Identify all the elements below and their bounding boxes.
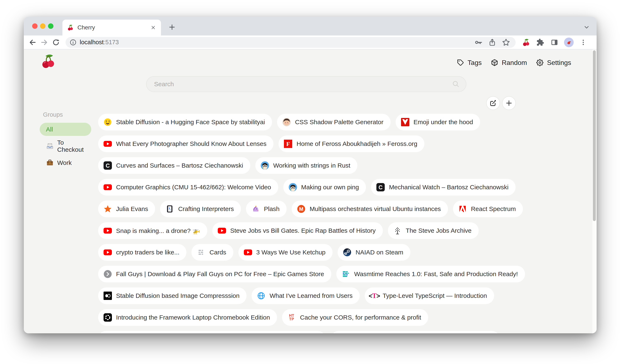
nav-label: Settings [547, 59, 571, 67]
cherry-logo [40, 53, 56, 70]
briefcase-icon [46, 159, 54, 167]
browser-tab[interactable]: Cherry [62, 20, 161, 35]
group-item-all[interactable]: All [40, 123, 91, 136]
bookmark-label: Steve Jobs vs Bill Gates. Epic Rap Battl… [230, 227, 376, 234]
bookmark-pill[interactable]: React Spectrum [453, 201, 523, 217]
bookmark-pill[interactable]: Cards [191, 244, 233, 261]
bookmark-pill[interactable]: crypto traders be like... [98, 244, 186, 261]
bookmark-pill[interactable]: Working with strings in Rust [255, 157, 357, 174]
huggingface-icon [103, 118, 112, 127]
youtube-icon [103, 248, 112, 257]
tonsky-icon [401, 118, 410, 127]
close-tab-icon[interactable] [150, 24, 156, 31]
youtube-icon [103, 183, 112, 192]
bookmark-row: What Every Photographer Should Know Abou… [98, 136, 525, 152]
side-panel-icon[interactable] [550, 38, 559, 47]
extensions-puzzle-icon[interactable] [536, 38, 545, 47]
gear-icon [535, 58, 544, 67]
bookmark-label: NAIAD on Steam [356, 249, 403, 256]
bookmark-pill[interactable]: Wasmtime Reaches 1.0: Fast, Safe and Pro… [336, 266, 525, 282]
bookmark-pill[interactable] [98, 331, 326, 333]
nav-label: Tags [468, 59, 482, 67]
bookmark-pill[interactable]: Snap is making... a drone? 🚁 [98, 222, 207, 239]
wasmtime-icon [341, 270, 351, 279]
youtube-icon [243, 248, 253, 257]
bookmark-pill[interactable]: NAIAD on Steam [338, 244, 410, 261]
bookmark-label: Fall Guys | Download & Play Fall Guys on… [116, 271, 324, 278]
bookmark-pill[interactable]: CMechanical Watch – Bartosz Ciechanowski [371, 179, 515, 196]
group-item-to-checkout[interactable]: To Checkout [40, 139, 98, 152]
cherry-extension-icon[interactable] [522, 38, 531, 47]
bookmark-pill[interactable]: Computer Graphics (CMU 15-462/662): Welc… [98, 179, 278, 196]
bookmark-star-icon[interactable] [501, 38, 511, 47]
bookmark-pill[interactable]: HTTPCache your CORS, for performance & p… [282, 309, 428, 326]
bookmark-label: Working with strings in Rust [273, 162, 351, 169]
bookmark-pill[interactable]: Introducing the Framework Laptop Chromeb… [98, 309, 277, 326]
bookmark-row: crypto traders be like...Cards3 Ways We … [98, 244, 525, 261]
add-bookmark-button[interactable] [502, 96, 516, 110]
bookmark-pill[interactable]: CCurves and Surfaces – Bartosz Ciechanow… [98, 157, 250, 174]
search-input[interactable] [154, 81, 451, 88]
bookmark-pill[interactable] [331, 331, 500, 333]
close-window-button[interactable] [32, 23, 38, 29]
menu-dots-icon[interactable] [579, 38, 588, 47]
browser-window: Cherry localhost:5173 TagsRand [24, 17, 597, 333]
back-button[interactable] [27, 37, 38, 48]
bookmark-pill[interactable]: 3 Ways We Use Ketchup [238, 244, 333, 261]
tab-search-chevron-icon[interactable] [582, 23, 591, 32]
reload-button[interactable] [50, 37, 62, 48]
bookmark-row-partial [98, 331, 525, 333]
forward-button[interactable] [38, 37, 50, 48]
bookmark-label: Computer Graphics (CMU 15-462/662): Welc… [116, 184, 271, 191]
edit-bookmarks-button[interactable] [486, 96, 500, 110]
bookmark-pill[interactable]: Julia Evans [98, 201, 155, 217]
bookmark-pill[interactable]: What Every Photographer Should Know Abou… [98, 136, 274, 152]
site-info-icon[interactable] [69, 39, 77, 46]
bookmark-label: Making our own ping [301, 184, 359, 191]
share-icon[interactable] [488, 38, 497, 47]
group-item-work[interactable]: Work [40, 156, 98, 169]
bookmark-pill[interactable]: Stable Diffusion based Image Compresssio… [98, 288, 247, 304]
bookmark-row: Computer Graphics (CMU 15-462/662): Welc… [98, 179, 525, 196]
bookmark-row: Stable Diffusion - a Hugging Face Space … [98, 114, 525, 130]
minimize-window-button[interactable] [40, 23, 46, 29]
nav-settings[interactable]: Settings [535, 58, 571, 67]
bookmark-pill[interactable]: CSS Shadow Palette Generator [277, 114, 391, 130]
bookmark-pill[interactable]: Making our own ping [283, 179, 366, 196]
password-key-icon[interactable] [474, 38, 483, 47]
group-label: Work [57, 159, 72, 166]
profile-avatar[interactable] [564, 38, 574, 47]
group-label: To Checkout [57, 139, 92, 153]
bookmark-pill[interactable]: The Steve Jobs Archive [388, 222, 479, 239]
bookmark-pill[interactable]: What I've Learned from Users [251, 288, 360, 304]
search-bar[interactable] [146, 76, 466, 92]
zoom-window-button[interactable] [48, 23, 53, 29]
bookmark-pill[interactable]: <T>Type-Level TypeScript — Introduction [365, 288, 494, 304]
bookmark-label: Stable Diffusion based Image Compresssio… [116, 292, 239, 299]
bookmark-label: React Spectrum [471, 205, 516, 212]
steam-icon [342, 248, 352, 257]
bookmark-label: Type-Level TypeScript — Introduction [383, 292, 487, 299]
bookmark-pill[interactable]: Emoji under the hood [396, 114, 480, 130]
scrollbar-thumb[interactable] [593, 50, 596, 221]
nav-random[interactable]: Random [490, 58, 527, 67]
bookmark-pill[interactable]: FHome of Feross Aboukhadijeh » Feross.or… [279, 136, 424, 152]
bookmark-pill[interactable]: Steve Jobs vs Bill Gates. Epic Rap Battl… [212, 222, 383, 239]
nav-tags[interactable]: Tags [456, 58, 482, 67]
inbox-icon [46, 142, 54, 150]
tag-icon [456, 58, 465, 67]
bookmark-pill[interactable]: Stable Diffusion - a Hugging Face Space … [98, 114, 272, 130]
bookmark-pill[interactable]: Fall Guys | Download & Play Fall Guys on… [98, 266, 331, 282]
bookmark-label: Mechanical Watch – Bartosz Ciechanowski [389, 184, 508, 191]
page-scrollbar[interactable] [592, 49, 597, 333]
amos-avatar-icon [288, 183, 297, 192]
dice-icon [490, 58, 499, 67]
bookmark-label: Home of Feross Aboukhadijeh » Feross.org [296, 140, 417, 147]
address-bar[interactable]: localhost:5173 [65, 37, 516, 48]
amos-avatar-icon [260, 161, 269, 170]
new-tab-button[interactable] [167, 22, 177, 32]
youtube-icon [217, 226, 227, 235]
bookmark-pill[interactable]: MMultipass orchestrates virtual Ubuntu i… [292, 201, 448, 217]
bookmark-pill[interactable]: Plash [246, 201, 287, 217]
bookmark-pill[interactable]: Crafting Interpreters [160, 201, 241, 217]
